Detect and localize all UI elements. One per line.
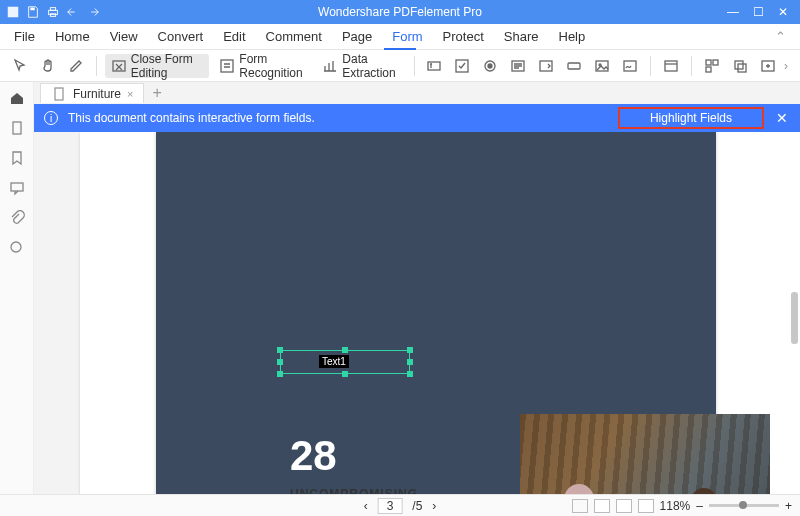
print-icon[interactable] — [46, 5, 60, 19]
svg-rect-7 — [428, 62, 440, 70]
redo-icon[interactable] — [86, 5, 100, 19]
minimize-icon[interactable]: — — [727, 5, 739, 19]
comments-icon[interactable] — [9, 180, 25, 196]
close-form-editing-button[interactable]: Close Form Editing — [105, 54, 210, 78]
align-tool-icon[interactable] — [700, 54, 724, 78]
more-tools-icon[interactable] — [756, 54, 780, 78]
form-recognition-button[interactable]: Form Recognition — [213, 54, 312, 78]
attachments-icon[interactable] — [9, 210, 25, 226]
close-window-icon[interactable]: ✕ — [778, 5, 788, 19]
prev-page-icon[interactable]: ‹ — [364, 499, 368, 513]
tab-close-icon[interactable]: × — [127, 88, 133, 100]
svg-rect-22 — [738, 64, 746, 72]
resize-handle[interactable] — [407, 371, 413, 377]
resize-handle[interactable] — [277, 347, 283, 353]
svg-rect-21 — [735, 61, 743, 69]
resize-handle[interactable] — [277, 371, 283, 377]
resize-handle[interactable] — [407, 359, 413, 365]
menu-share[interactable]: Share — [504, 29, 539, 44]
resize-handle[interactable] — [277, 359, 283, 365]
edit-tool-icon[interactable] — [64, 54, 88, 78]
menu-page[interactable]: Page — [342, 29, 372, 44]
highlight-fields-label: Highlight Fields — [650, 111, 732, 125]
scrollbar-thumb[interactable] — [791, 292, 798, 344]
zoom-out-icon[interactable]: – — [696, 499, 703, 513]
highlight-fields-button[interactable]: Highlight Fields — [618, 107, 764, 129]
collapse-ribbon-icon[interactable]: ⌃ — [775, 29, 786, 44]
separator — [414, 56, 415, 76]
zoom-value: 118% — [660, 499, 691, 513]
svg-rect-0 — [8, 7, 19, 18]
svg-rect-20 — [706, 67, 711, 72]
document-tab[interactable]: Furniture × — [40, 83, 144, 103]
form-toolbar: Close Form Editing Form Recognition Data… — [0, 50, 800, 82]
document-image — [520, 414, 770, 494]
view-continuous-icon[interactable] — [594, 499, 610, 513]
menu-protect[interactable]: Protect — [443, 29, 484, 44]
svg-rect-6 — [221, 60, 233, 72]
text-field-icon[interactable] — [422, 54, 446, 78]
resize-handle[interactable] — [342, 347, 348, 353]
svg-rect-27 — [55, 88, 63, 100]
search-panel-icon[interactable] — [9, 240, 25, 256]
menu-home[interactable]: Home — [55, 29, 90, 44]
menu-edit[interactable]: Edit — [223, 29, 245, 44]
zoom-in-icon[interactable]: + — [785, 499, 792, 513]
document-canvas[interactable]: Text1 28 UNCOMPROMISING CRAFTSMANSHIP At… — [34, 132, 800, 494]
page-paper: Text1 28 UNCOMPROMISING CRAFTSMANSHIP At… — [80, 132, 800, 494]
document-tab-label: Furniture — [73, 87, 121, 101]
page-navigator: ‹ 3 /5 › — [364, 498, 437, 514]
maximize-icon[interactable]: ☐ — [753, 5, 764, 19]
separator — [691, 56, 692, 76]
radio-field-icon[interactable] — [478, 54, 502, 78]
select-tool-icon[interactable] — [8, 54, 32, 78]
copy-field-icon[interactable] — [728, 54, 752, 78]
menu-file[interactable]: File — [14, 29, 35, 44]
checkbox-field-icon[interactable] — [450, 54, 474, 78]
combobox-field-icon[interactable] — [506, 54, 530, 78]
menu-comment[interactable]: Comment — [266, 29, 322, 44]
next-page-icon[interactable]: › — [432, 499, 436, 513]
menu-form[interactable]: Form — [392, 29, 422, 44]
svg-rect-17 — [665, 61, 677, 71]
svg-rect-1 — [30, 8, 34, 11]
view-single-icon[interactable] — [572, 499, 588, 513]
hand-tool-icon[interactable] — [36, 54, 60, 78]
status-bar: ‹ 3 /5 › 118% – + — [0, 494, 800, 516]
vertical-scrollbar[interactable] — [789, 132, 799, 494]
view-two-continuous-icon[interactable] — [638, 499, 654, 513]
svg-rect-25 — [11, 183, 23, 191]
zoom-slider[interactable] — [709, 504, 779, 507]
data-extraction-button[interactable]: Data Extraction — [316, 54, 405, 78]
menu-view[interactable]: View — [110, 29, 138, 44]
button-field-icon[interactable] — [562, 54, 586, 78]
resize-handle[interactable] — [407, 347, 413, 353]
form-properties-icon[interactable] — [659, 54, 683, 78]
save-icon[interactable] — [26, 5, 40, 19]
svg-point-10 — [488, 64, 492, 68]
toolbar-overflow-icon[interactable]: › — [784, 59, 792, 73]
resize-handle[interactable] — [342, 371, 348, 377]
menu-help[interactable]: Help — [559, 29, 586, 44]
data-extraction-label: Data Extraction — [342, 52, 399, 80]
close-form-editing-label: Close Form Editing — [131, 52, 204, 80]
text-form-field-selected[interactable]: Text1 — [280, 350, 410, 374]
undo-icon[interactable] — [66, 5, 80, 19]
page-number-input[interactable]: 3 — [378, 498, 403, 514]
listbox-field-icon[interactable] — [534, 54, 558, 78]
new-tab-icon[interactable]: + — [152, 85, 161, 101]
app-logo-icon — [6, 5, 20, 19]
image-field-icon[interactable] — [590, 54, 614, 78]
thumbnails-icon[interactable] — [9, 120, 25, 136]
view-two-page-icon[interactable] — [616, 499, 632, 513]
info-icon: i — [44, 111, 58, 125]
home-icon[interactable] — [9, 90, 25, 106]
svg-rect-19 — [713, 60, 718, 65]
title-bar: Wondershare PDFelement Pro — ☐ ✕ — [0, 0, 800, 24]
page-total: /5 — [412, 499, 422, 513]
app-title: Wondershare PDFelement Pro — [318, 5, 482, 19]
bookmarks-icon[interactable] — [9, 150, 25, 166]
banner-close-icon[interactable]: ✕ — [774, 110, 790, 126]
menu-convert[interactable]: Convert — [158, 29, 204, 44]
signature-field-icon[interactable] — [618, 54, 642, 78]
